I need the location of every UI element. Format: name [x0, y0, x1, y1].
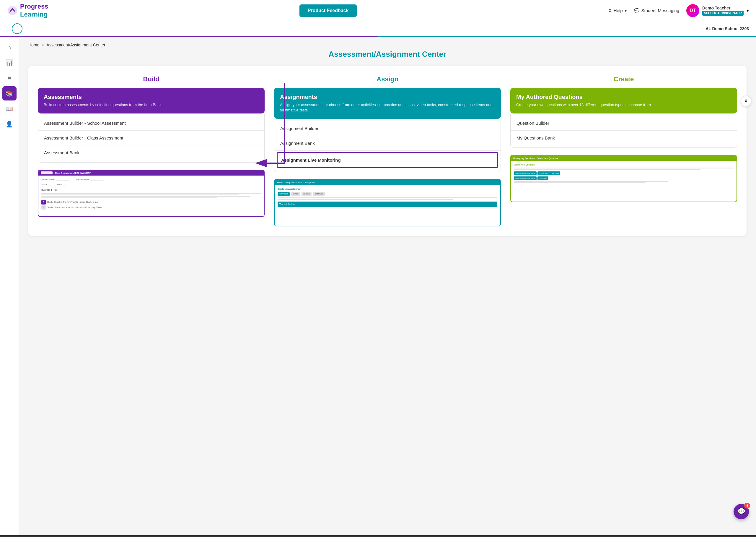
header-right: ⚙ Help ▾ 💬 Student Messaging DT Demo Tea… [608, 4, 749, 17]
svg-point-0 [8, 6, 17, 15]
breadcrumb-separator: > [42, 43, 44, 47]
question-builder[interactable]: Question Builder [510, 116, 737, 131]
user-info: Demo Teacher SCHOOL ADMINISTRATOR [702, 5, 743, 16]
create-card-body: Question Builder My Questions Bank [510, 113, 737, 148]
breadcrumb-current: Assessment/Assignment Center [47, 43, 105, 47]
student-messaging-button[interactable]: 💬 Student Messaging [634, 8, 679, 13]
assessment-bank[interactable]: Assessment Bank [38, 145, 264, 160]
profile-icon: 👤 [6, 121, 13, 128]
breadcrumb-home[interactable]: Home [28, 43, 39, 47]
build-card-body: Assessment Builder - School Assessment A… [38, 113, 265, 163]
assignments-icon: 📚 [6, 90, 13, 97]
my-questions-bank[interactable]: My Questions Bank [510, 131, 737, 145]
create-thumbnail: Manage My Questions | Create New Questio… [510, 155, 737, 202]
header-center: Product Feedback [48, 4, 608, 17]
sidebar-item-profile[interactable]: 👤 [2, 117, 17, 131]
assign-column-title: Assign [274, 75, 501, 83]
avatar: DT [686, 4, 699, 17]
build-card-header[interactable]: Assessments Build custom assessments by … [38, 88, 265, 113]
user-role-badge: SCHOOL ADMINISTRATOR [702, 11, 743, 16]
create-column: Create My Authored Questions Create your… [510, 75, 737, 227]
logo-text: Progress Learning [20, 3, 48, 18]
product-feedback-button[interactable]: Product Feedback [299, 4, 357, 17]
help-chevron-icon: ▾ [624, 8, 627, 13]
assign-card-description: Assign your assessments or choose from o… [280, 102, 495, 113]
monitor-icon: 🖥 [7, 75, 13, 82]
build-column-title: Build [38, 75, 265, 83]
sidebar: ⌂ 📊 🖥 📚 📖 👤 [0, 37, 19, 535]
sidebar-item-monitor[interactable]: 🖥 [2, 71, 17, 85]
build-thumbnail: Class Assessment- [DRCKWUAMAY] Student N… [38, 170, 265, 217]
logo-icon [7, 5, 18, 16]
help-button[interactable]: ⚙ Help ▾ [608, 8, 627, 13]
sidebar-item-assignments[interactable]: 📚 [2, 86, 17, 101]
assign-card-title: Assignments [280, 94, 495, 101]
build-column: Build Assessments Build custom assessmen… [38, 75, 265, 227]
create-card-title: My Authored Questions [516, 94, 731, 101]
assessment-builder-school[interactable]: Assessment Builder - School Assessment [38, 116, 264, 131]
create-card-header[interactable]: My Authored Questions Create your own qu… [510, 88, 737, 113]
help-icon: ⚙ [608, 8, 612, 13]
user-menu[interactable]: DT Demo Teacher SCHOOL ADMINISTRATOR ▾ [686, 4, 749, 17]
chat-icon: 💬 [737, 508, 745, 516]
assignment-builder[interactable]: Assignment Builder [274, 121, 501, 136]
header: Progress Learning Product Feedback ⚙ Hel… [0, 0, 756, 21]
build-card-title: Assessments [44, 94, 259, 101]
messaging-label: Student Messaging [641, 8, 679, 13]
user-name: Demo Teacher [702, 5, 743, 11]
chat-badge: 4 [744, 503, 750, 509]
footer: © Progress Learning 2023, All Rights Res… [0, 535, 756, 537]
messaging-icon: 💬 [634, 8, 640, 13]
assign-card-header[interactable]: Assignments Assign your assessments or c… [274, 88, 501, 119]
nav-back-button[interactable]: → [12, 23, 22, 34]
build-card-description: Build custom assessments by selecting qu… [44, 102, 259, 107]
reports-icon: 📊 [6, 59, 13, 66]
logo[interactable]: Progress Learning [7, 3, 48, 18]
mic-icon: 🎙 [743, 99, 748, 104]
mic-widget[interactable]: 🎙 [741, 96, 751, 106]
sidebar-item-library[interactable]: 📖 [2, 102, 17, 116]
assign-thumbnail: Home > Assignment Center > Assignment > … [274, 179, 501, 227]
logo-progress: Progress [20, 3, 48, 10]
assign-column: Assign Assignments Assign your assessmen… [274, 75, 501, 227]
sidebar-item-home[interactable]: ⌂ [2, 40, 17, 54]
breadcrumb: Home > Assessment/Assignment Center [28, 43, 746, 47]
main-content: Home > Assessment/Assignment Center Asse… [19, 37, 756, 535]
layout: ⌂ 📊 🖥 📚 📖 👤 Home > Assessment/Assignment… [0, 37, 756, 535]
create-column-title: Create [510, 75, 737, 83]
user-chevron-icon: ▾ [746, 8, 749, 13]
assignment-bank[interactable]: Assignment Bank [274, 136, 501, 151]
assignment-live-monitoring[interactable]: Assignment Live Monitoring [277, 152, 498, 168]
assign-card-body: Assignment Builder Assignment Bank Assig… [274, 119, 501, 172]
subheader: → AL Demo School 2203 [0, 21, 756, 37]
school-code: 2203 [740, 26, 749, 31]
assessment-builder-class[interactable]: Assessment Builder - Class Assessment [38, 131, 264, 145]
sidebar-item-reports[interactable]: 📊 [2, 56, 17, 70]
library-icon: 📖 [6, 105, 13, 112]
logo-learning: Learning [20, 11, 48, 18]
school-name: AL Demo School [705, 26, 738, 31]
help-label: Help [614, 8, 623, 13]
subheader-nav: → [7, 23, 705, 34]
create-card-description: Create your own questions with over 18 d… [516, 102, 731, 107]
cards-container: Build Assessments Build custom assessmen… [28, 66, 746, 236]
page-title: Assessment/Assignment Center [28, 50, 746, 59]
school-info: AL Demo School 2203 [705, 26, 749, 31]
home-icon: ⌂ [7, 44, 11, 51]
chat-widget[interactable]: 💬 4 [734, 504, 749, 519]
